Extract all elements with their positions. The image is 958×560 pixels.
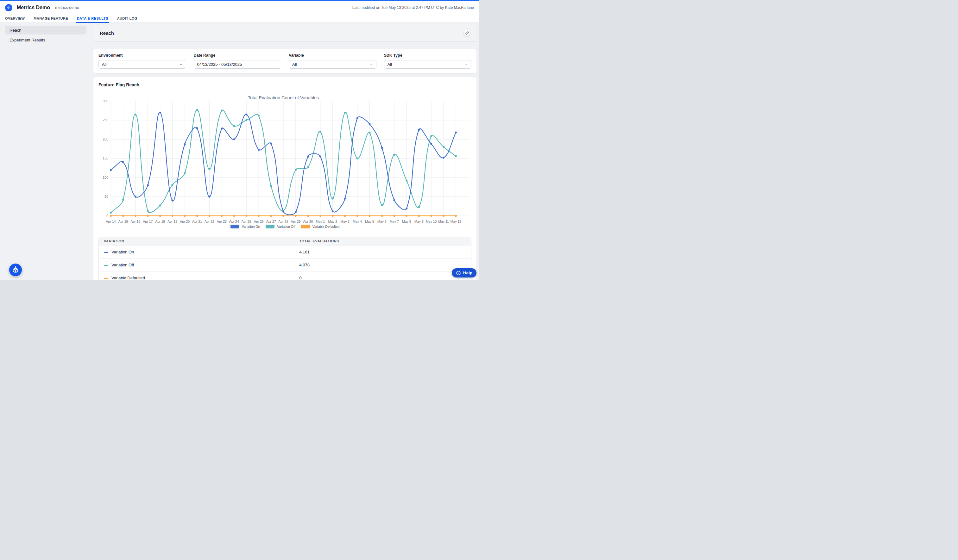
- filter-sdk-type: SDK Type All: [384, 53, 472, 69]
- legend-item-variation-on[interactable]: Variation On: [230, 225, 260, 228]
- filters-bar: Environment All Date Range Variable All: [94, 49, 476, 73]
- sdk-type-label: SDK Type: [384, 53, 472, 58]
- legend-label: Variation Off: [277, 225, 295, 228]
- svg-text:May 3: May 3: [340, 220, 349, 223]
- table-row: Variable Defaulted 0: [99, 271, 471, 280]
- svg-text:250: 250: [103, 118, 108, 122]
- legend-swatch-variation-off: [266, 225, 274, 228]
- arrow-left-icon: [6, 6, 11, 10]
- filter-environment: Environment All: [98, 53, 186, 69]
- svg-text:0: 0: [106, 214, 108, 218]
- environment-value: All: [102, 62, 179, 67]
- table-row: Variation On 4,161: [99, 245, 471, 258]
- svg-text:Total Evaluation Count of Vari: Total Evaluation Count of Variables: [248, 95, 319, 100]
- svg-text:Apr 28: Apr 28: [279, 220, 289, 223]
- chart-legend: Variation On Variation Off Variable Defa…: [98, 225, 471, 228]
- svg-text:150: 150: [103, 156, 108, 160]
- svg-text:Apr 21: Apr 21: [192, 220, 202, 223]
- variations-table: VARIATION TOTAL EVALUATIONS Variation On…: [98, 237, 471, 280]
- help-button[interactable]: Help: [452, 268, 476, 277]
- app-viewport: Metrics Demo metrics-demo Last modified …: [0, 0, 479, 280]
- feature-flag-reach-card: Feature Flag Reach 050100150200250300Tot…: [94, 77, 476, 280]
- back-button[interactable]: [5, 4, 12, 11]
- svg-text:Apr 24: Apr 24: [229, 220, 239, 223]
- page-title: Metrics Demo: [17, 5, 50, 10]
- svg-text:Apr 30: Apr 30: [303, 220, 313, 223]
- panel-title: Reach: [100, 30, 114, 36]
- legend-label: Variation On: [242, 225, 260, 228]
- tab-audit-log[interactable]: AUDIT LOG: [117, 14, 137, 22]
- row-value: 4,078: [294, 258, 471, 271]
- svg-text:Apr 18: Apr 18: [155, 220, 165, 223]
- svg-text:Apr 14: Apr 14: [106, 220, 116, 223]
- variable-label: Variable: [289, 53, 376, 58]
- svg-text:May 1: May 1: [316, 220, 325, 223]
- legend-item-variable-defaulted[interactable]: Variable Defaulted: [301, 225, 340, 228]
- tab-data-and-results[interactable]: DATA & RESULTS: [77, 14, 108, 22]
- sdk-type-value: All: [387, 62, 465, 67]
- variable-value: All: [292, 62, 370, 67]
- row-value: 4,161: [294, 245, 471, 258]
- ai-assistant-button[interactable]: [9, 264, 22, 276]
- svg-text:May 12: May 12: [450, 220, 462, 223]
- table-row: Variation Off 4,078: [99, 258, 471, 271]
- main-content: Reach Environment All Date Range: [94, 23, 476, 280]
- legend-swatch-variable-defaulted: [301, 225, 310, 228]
- legend-item-variation-off[interactable]: Variation Off: [266, 225, 295, 228]
- row-swatch-variation-on: [104, 252, 108, 253]
- question-circle-icon: [456, 271, 461, 275]
- svg-text:May 8: May 8: [402, 220, 411, 223]
- filter-variable: Variable All: [289, 53, 376, 69]
- last-modified-text: Last modified on Tue May 13 2025 at 2:47…: [352, 5, 474, 10]
- svg-text:100: 100: [103, 176, 108, 179]
- row-swatch-variable-defaulted: [104, 278, 108, 279]
- svg-text:Apr 25: Apr 25: [241, 220, 251, 223]
- svg-text:May 5: May 5: [365, 220, 374, 223]
- legend-label: Variable Defaulted: [312, 225, 340, 228]
- page-body: Reach Experiment Results Reach Environme…: [0, 23, 479, 280]
- row-label: Variation Off: [111, 263, 134, 267]
- row-label: Variation On: [111, 250, 134, 255]
- feature-tabs: OVERVIEW MANAGE FEATURE DATA & RESULTS A…: [0, 14, 479, 23]
- chevron-down-icon: [179, 63, 183, 66]
- svg-text:Apr 22: Apr 22: [205, 220, 214, 223]
- card-title: Feature Flag Reach: [98, 82, 471, 87]
- filter-date-range: Date Range: [194, 53, 281, 69]
- sidebar-item-experiment-results[interactable]: Experiment Results: [5, 36, 86, 44]
- table-header-row: VARIATION TOTAL EVALUATIONS: [99, 237, 471, 245]
- svg-text:Apr 27: Apr 27: [266, 220, 276, 223]
- svg-text:May 9: May 9: [414, 220, 423, 223]
- link-icon: [465, 31, 469, 35]
- sdk-type-select[interactable]: All: [384, 60, 472, 69]
- environment-label: Environment: [98, 53, 186, 58]
- svg-text:Apr 19: Apr 19: [168, 220, 177, 223]
- svg-text:May 11: May 11: [438, 220, 449, 223]
- tab-manage-feature[interactable]: MANAGE FEATURE: [33, 14, 68, 22]
- svg-text:May 7: May 7: [390, 220, 399, 223]
- date-range-label: Date Range: [194, 53, 281, 58]
- svg-text:May 6: May 6: [377, 220, 387, 223]
- svg-text:Apr 26: Apr 26: [254, 220, 264, 223]
- date-range-input[interactable]: [194, 60, 281, 69]
- row-label: Variable Defaulted: [111, 275, 145, 280]
- robot-icon: [12, 266, 19, 274]
- svg-text:Apr 20: Apr 20: [180, 220, 190, 223]
- svg-text:200: 200: [103, 137, 108, 141]
- svg-text:May 2: May 2: [328, 220, 337, 223]
- reach-panel-header: Reach: [94, 25, 476, 41]
- svg-text:Apr 29: Apr 29: [290, 220, 300, 223]
- legend-swatch-variation-on: [230, 225, 240, 228]
- chevron-down-icon: [370, 63, 373, 66]
- environment-select[interactable]: All: [98, 60, 186, 69]
- svg-text:50: 50: [105, 195, 108, 198]
- row-value: 0: [294, 271, 471, 280]
- column-header-variation: VARIATION: [99, 237, 294, 245]
- feature-key: metrics-demo: [55, 5, 79, 10]
- variable-select[interactable]: All: [289, 60, 376, 69]
- evaluation-count-chart: 050100150200250300Total Evaluation Count…: [98, 91, 471, 224]
- results-sidebar: Reach Experiment Results: [5, 23, 86, 46]
- copy-link-button[interactable]: [464, 30, 470, 36]
- sidebar-item-reach[interactable]: Reach: [5, 26, 86, 35]
- row-swatch-variation-off: [104, 265, 108, 266]
- tab-overview[interactable]: OVERVIEW: [5, 14, 25, 22]
